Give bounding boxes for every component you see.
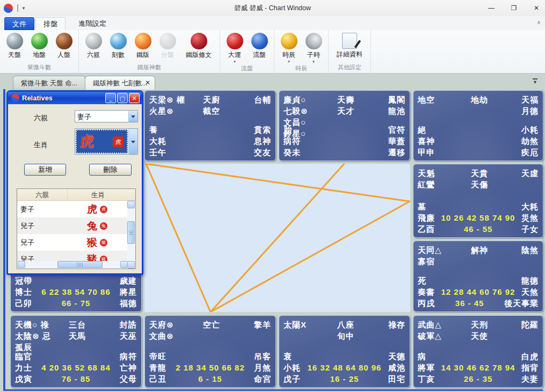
dayun-dropdown-icon[interactable]: ▾	[234, 60, 236, 63]
foot-left-text: 戊寅	[15, 373, 32, 384]
liuqin-button[interactable]: 六親	[81, 31, 106, 62]
tianpan-sphere-icon	[6, 33, 23, 49]
shengxiao-label: 生肖	[34, 140, 48, 150]
table-row[interactable]: 兒子 猴猴	[17, 234, 128, 251]
doc-tab-close-icon[interactable]: ✕	[145, 79, 150, 86]
relatives-table: 六親 生肖 妻子 虎虎 兒子 兔兔 兒子 猴猴 兒子 豬豬	[17, 188, 136, 269]
scroll-up-icon[interactable]	[127, 201, 135, 208]
tieban-button[interactable]: 鐵版	[130, 31, 155, 62]
liuqin-sphere-icon	[85, 33, 102, 49]
age-numbers	[158, 124, 254, 135]
dayun-button[interactable]: 大運 ▾	[222, 31, 247, 63]
group-liupan: 大運 ▾ 流盤 流盤	[220, 30, 274, 73]
scroll-left-icon[interactable]	[18, 261, 25, 268]
star-name: 天機○ 祿	[15, 319, 69, 330]
keshu-button[interactable]: 刻數	[106, 31, 130, 62]
scroll-right-icon[interactable]	[120, 261, 128, 268]
keshu-sphere-icon	[110, 33, 127, 49]
horizontal-scrollbar[interactable]	[18, 261, 128, 268]
liupan-button[interactable]: 流盤	[247, 31, 272, 63]
horizontal-scroll-thumb[interactable]	[57, 261, 103, 268]
palace-cell-jiashen[interactable]: 地空地劫天福月德絕小耗喜神劫煞甲申疾厄	[413, 90, 543, 161]
palace-cell-bingxu[interactable]: 天同△寡宿解神陰煞死龍德奏書12 28 44 60 76 92天煞丙戌36 - …	[413, 241, 543, 312]
age-numbers	[292, 351, 388, 362]
shengxiao-combo-arrow-icon[interactable]	[128, 129, 137, 154]
foot-left-text: 甲申	[418, 147, 435, 158]
renpan-button[interactable]: 人盤	[52, 31, 76, 62]
liuqin-combo-arrow-icon[interactable]	[128, 111, 137, 122]
palace-cell-jichou[interactable]: 天府⊗文曲⊗空亡擎羊帝旺吊客青龍2 18 34 50 66 82月煞己丑6 - …	[144, 315, 276, 388]
liuqin-combobox[interactable]: 妻子	[75, 110, 138, 122]
tianpan-button[interactable]: 天盤	[2, 31, 27, 62]
foot-right-text: 龍德	[521, 275, 539, 286]
age-numbers	[426, 201, 521, 212]
file-menu-button[interactable]: 文件	[4, 17, 34, 30]
palace-cell-wuyin[interactable]: 天機○ 祿太陰⊗ 忌孤辰三台天馬封誥天巫臨官病符力士4 20 36 52 68 …	[10, 315, 142, 388]
doc-tab-ziwei[interactable]: 紫微斗數 天盤 命...	[13, 76, 85, 90]
dialog-minimize-button[interactable]: _	[105, 93, 116, 103]
delete-button[interactable]: 刪除	[89, 164, 132, 176]
foot-right-text: 官符	[388, 124, 405, 135]
foot-right-text: 咸池	[388, 362, 405, 373]
palace-cell-renwu[interactable]: 天梁⊗ 權火星⊗天廚截空台輔養貫索大耗息神壬午交友	[144, 90, 276, 161]
table-row[interactable]: 妻子 虎虎	[17, 201, 128, 217]
relatives-dialog: Relatives _ ▢ ✕ 六親 妻子 生肖 虎 虎 新增 刪除 六親 生肖…	[6, 90, 143, 275]
dialog-title: Relatives	[22, 94, 104, 102]
foot-right-text: 息神	[254, 135, 271, 147]
age-numbers	[426, 351, 521, 362]
close-button[interactable]: ✕	[531, 4, 542, 12]
zishi-dropdown-icon[interactable]: ▾	[313, 60, 315, 63]
restore-button[interactable]: ❐	[508, 4, 519, 12]
ribbon-collapse-icon[interactable]: ∧	[537, 19, 541, 25]
palace-cell-wuzi[interactable]: 太陽X八座旬中祿存衰天德小耗16 32 48 64 80 96咸池戊子16 - …	[279, 315, 410, 388]
star-name: 八座	[337, 319, 372, 330]
document-tab-bar: 紫微斗數 天盤 命... 鐵版神數 七刻數... ✕ ▼	[0, 74, 545, 90]
shichen-dropdown-icon[interactable]: ▾	[288, 60, 290, 63]
tab-paipan[interactable]: 排盤	[35, 17, 66, 30]
vertical-scroll-thumb[interactable]	[127, 221, 135, 244]
tab-list-dropdown-icon[interactable]: ▼	[533, 78, 537, 84]
foot-right-text: 父母	[120, 373, 137, 384]
add-button[interactable]: 新增	[24, 164, 66, 176]
palace-cell-guiwei[interactable]: 廉貞○七殺⊗文昌○鈴星○天壽天才鳳閣龍池胎官符病符華蓋癸未遷移	[279, 90, 410, 161]
foot-left-text: 冠帶	[15, 275, 32, 286]
table-row[interactable]: 兒子 豬豬	[17, 251, 128, 262]
foot-left-text: 癸未	[284, 147, 301, 158]
group-label-tieban: 鐵版神數	[81, 62, 217, 73]
foot-left-text: 喜神	[418, 135, 435, 147]
dialog-app-icon	[11, 94, 19, 102]
age-numbers: 4 20 36 52 68 84	[32, 362, 120, 373]
shichen-sphere-icon	[281, 33, 297, 49]
liuqin-label: 六親	[34, 113, 48, 123]
foot-right-text: 子女	[521, 223, 539, 235]
palace-cell-dinghai[interactable]: 武曲△破軍△天刑天使陀羅病白虎將軍14 30 46 62 78 94指背丁亥26…	[413, 315, 543, 388]
table-row[interactable]: 兒子 兔兔	[17, 217, 128, 234]
details-button[interactable]: 詳細資料	[331, 31, 368, 62]
header-shengxiao: 生肖	[68, 189, 128, 200]
star-name: 天馬	[69, 330, 103, 342]
dipan-button[interactable]: 地盤	[27, 31, 52, 62]
palace-cell-yiyou[interactable]: 天魁紅鸞天貴天傷天虛墓大耗飛廉10 26 42 58 74 90災煞乙酉46 -…	[413, 164, 543, 238]
dialog-title-bar[interactable]: Relatives _ ▢ ✕	[8, 92, 142, 104]
zishi-button[interactable]: 子時 ▾	[301, 31, 326, 63]
dialog-maximize-button[interactable]: ▢	[117, 93, 128, 103]
group-other: 詳細資料 其他設定	[329, 30, 371, 73]
foot-left-text: 衰	[284, 351, 292, 362]
shengxiao-combobox[interactable]: 虎 虎	[75, 128, 138, 155]
shichen-button[interactable]: 時辰 ▾	[277, 31, 301, 63]
foot-left-text: 飛廉	[418, 212, 435, 223]
document-pen-icon	[342, 33, 357, 49]
vertical-scrollbar[interactable]	[127, 201, 135, 268]
foot-left-text: 丙戌	[418, 297, 435, 309]
scroll-down-icon[interactable]	[127, 261, 135, 268]
star-name: 地劫	[471, 94, 505, 105]
age-numbers	[435, 147, 521, 158]
minimize-button[interactable]: —	[486, 4, 497, 12]
foot-right-text: 貫索	[254, 124, 271, 135]
star-name: 天巫	[103, 330, 137, 342]
tieban-tiaowen-button[interactable]: 鐵版條文	[180, 31, 217, 62]
foot-left-text: 己丑	[149, 373, 166, 384]
star-name: 天使	[471, 330, 505, 342]
dialog-close-button[interactable]: ✕	[129, 93, 140, 103]
tab-advanced-settings[interactable]: 進階設定	[71, 17, 114, 30]
